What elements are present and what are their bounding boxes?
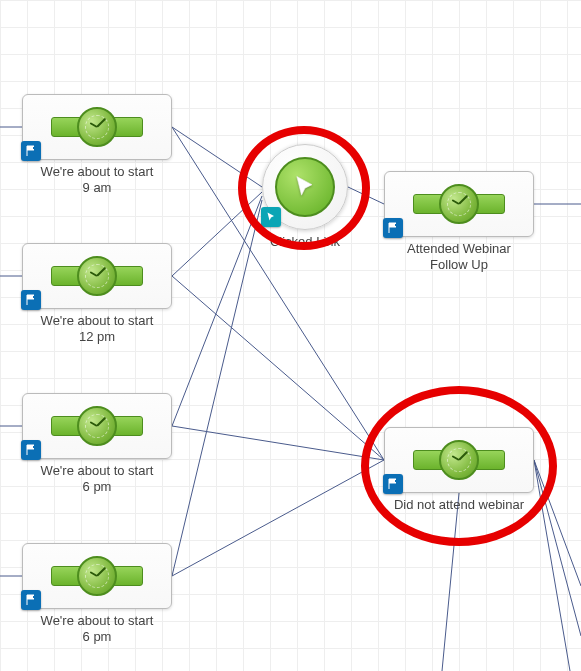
clock-icon <box>413 440 505 480</box>
flag-icon <box>21 590 41 610</box>
node-label: Clicked Link <box>262 234 348 250</box>
node-label: We're about to start 6 pm <box>22 613 172 644</box>
timer-node-12pm[interactable]: We're about to start 12 pm <box>22 243 172 344</box>
cursor-icon <box>275 157 335 217</box>
timer-node-box[interactable] <box>22 543 172 609</box>
timer-node-box[interactable] <box>22 393 172 459</box>
flag-icon <box>21 141 41 161</box>
timer-node-6pm-a[interactable]: We're about to start 6 pm <box>22 393 172 494</box>
cursor-flag-icon <box>261 207 281 227</box>
click-node-clicked-link[interactable]: Clicked Link <box>262 144 348 250</box>
timer-node-box[interactable] <box>22 243 172 309</box>
timer-node-box[interactable] <box>384 171 534 237</box>
clock-icon <box>51 556 143 596</box>
node-label: We're about to start 12 pm <box>22 313 172 344</box>
node-label: We're about to start 9 am <box>22 164 172 195</box>
node-label: We're about to start 6 pm <box>22 463 172 494</box>
flag-icon <box>21 440 41 460</box>
clock-icon <box>413 184 505 224</box>
timer-node-box[interactable] <box>22 94 172 160</box>
timer-node-attended[interactable]: Attended Webinar Follow Up <box>384 171 534 272</box>
timer-node-box[interactable] <box>384 427 534 493</box>
flag-icon <box>383 474 403 494</box>
timer-node-9am[interactable]: We're about to start 9 am <box>22 94 172 195</box>
click-node-circle[interactable] <box>262 144 348 230</box>
node-label: Did not attend webinar <box>384 497 534 513</box>
clock-icon <box>51 256 143 296</box>
timer-node-did-not-attend[interactable]: Did not attend webinar <box>384 427 534 513</box>
clock-icon <box>51 107 143 147</box>
clock-icon <box>51 406 143 446</box>
timer-node-6pm-b[interactable]: We're about to start 6 pm <box>22 543 172 644</box>
node-label: Attended Webinar Follow Up <box>384 241 534 272</box>
flag-icon <box>383 218 403 238</box>
flag-icon <box>21 290 41 310</box>
